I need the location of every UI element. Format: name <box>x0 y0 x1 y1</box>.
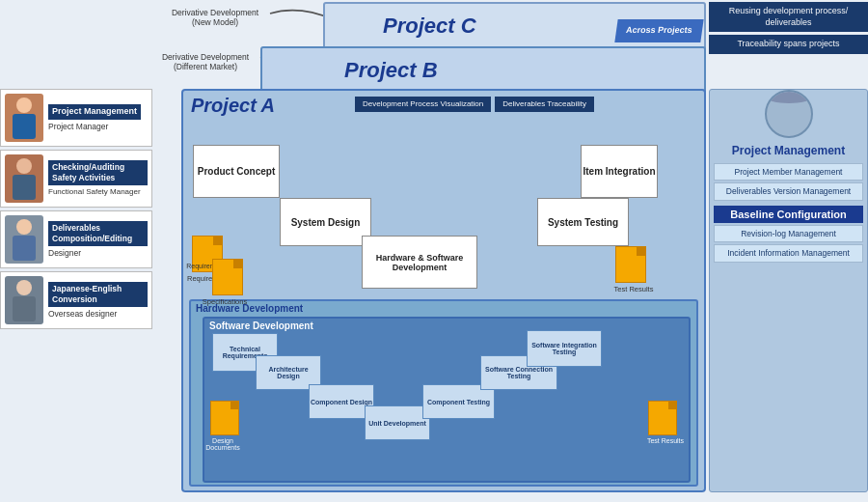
designer-sub-label: Designer <box>48 248 148 258</box>
mgmt-header: Project Management <box>710 140 867 161</box>
overseas-sub-label: Overseas designer <box>48 309 148 319</box>
translate-role-label: Japanese-English Conversion <box>48 282 148 307</box>
mgmt-item-4: Incident Information Management <box>714 244 863 263</box>
test-results-label-2: Test Results <box>641 437 690 444</box>
role-card-translate: Japanese-English Conversion Overseas des… <box>0 271 152 329</box>
deliverables-role-label: Deliverables Composition/Editing <box>48 221 148 246</box>
deliverables-pill: Deliverables Traceability <box>495 97 594 112</box>
svg-point-35 <box>19 283 29 293</box>
pm-avatar <box>5 94 43 142</box>
mgmt-item-1: Project Member Management <box>714 163 863 181</box>
baseline-config-header: Baseline Configuration <box>714 206 863 223</box>
role-card-deliverables: Deliverables Composition/Editing Designe… <box>0 210 152 268</box>
audit-role-label: Checking/Auditing Safety Activities <box>48 160 148 185</box>
dev-pills-container: Development Process Visualization Delive… <box>355 97 594 112</box>
role-card-audit: Checking/Auditing Safety Activities Func… <box>0 150 152 208</box>
svg-point-26 <box>19 100 29 110</box>
item-integration-box: Item Integration <box>581 145 658 198</box>
translate-avatar <box>5 276 43 324</box>
system-testing-box: System Testing <box>537 198 629 246</box>
sidebar: Project Management Project Manager Check… <box>0 89 152 329</box>
db-cylinder-top <box>765 90 813 138</box>
dev-process-pill: Development Process Visualization <box>355 97 491 112</box>
deriv-c-label: Derivative Development (New Model) <box>162 8 268 27</box>
hw-dev-title: Hardware Development <box>191 301 696 316</box>
svg-point-29 <box>19 161 29 171</box>
sw-dev-title: Software Development <box>204 319 689 333</box>
svg-rect-28 <box>13 175 36 200</box>
specifications-doc-icon <box>212 259 243 295</box>
traceability-info-box: Traceability spans projects <box>709 35 868 54</box>
right-info-panel: Reusing development process/ deliverable… <box>709 2 868 54</box>
test-results-doc-icon <box>615 246 646 283</box>
role-card-pm: Project Management Project Manager <box>0 89 152 147</box>
mgmt-item-2: Deliverables Version Management <box>714 182 863 201</box>
unit-dev-box: Unit Development <box>365 405 430 440</box>
test-results-doc-icon-2 <box>648 401 677 435</box>
sw-int-testing-box: Software Integration Testing <box>527 330 602 367</box>
across-projects-badge: Across Projects <box>615 19 704 42</box>
system-design-box: System Design <box>280 198 371 246</box>
mgmt-item-3: Revision-log Management <box>714 225 863 242</box>
design-docs-label: Design Documents <box>199 437 247 451</box>
audit-avatar <box>5 154 43 203</box>
svg-rect-25 <box>13 114 36 139</box>
deliverables-avatar <box>5 215 43 264</box>
design-docs-icon <box>210 401 239 435</box>
project-b-title: Project B <box>344 58 438 83</box>
fsm-sub-label: Functional Safety Manager <box>48 187 148 197</box>
svg-rect-31 <box>13 236 36 261</box>
svg-point-32 <box>19 222 29 232</box>
deriv-b-label: Derivative Development (Different Market… <box>152 52 258 71</box>
product-concept-box: Product Concept <box>193 145 280 198</box>
pm-role-label: Project Management <box>48 104 141 120</box>
svg-rect-34 <box>13 296 36 321</box>
right-mgmt-panel: Project Management Project Member Manage… <box>709 89 868 492</box>
test-results-label-1: Test Results <box>610 285 658 293</box>
project-c-title: Project C <box>383 14 476 39</box>
pm-sub-label: Project Manager <box>48 122 141 131</box>
project-b-box: Project B <box>260 46 706 95</box>
reuse-info-box: Reusing development process/ deliverable… <box>709 2 868 32</box>
hw-sw-dev-box: Hardware & Software Development <box>362 236 477 289</box>
specifications-label: Specifications <box>201 297 249 306</box>
